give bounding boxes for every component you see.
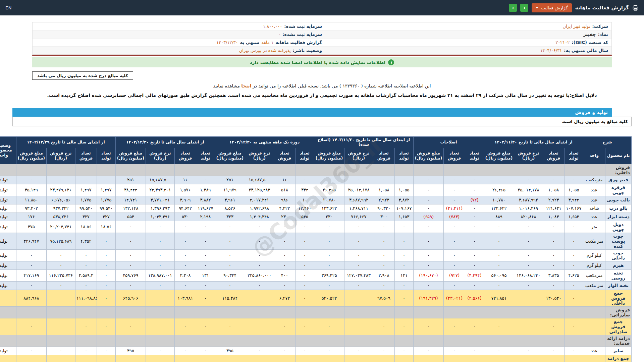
info-label: گزارش فعالیت ماهانه xyxy=(275,40,322,45)
cell: ۰ xyxy=(514,281,543,290)
cell: تولید xyxy=(0,261,16,269)
cell: ۱۲۱,۶۳۱ xyxy=(543,204,564,213)
cell: کیلو گرم xyxy=(583,261,605,269)
cell: ۰ xyxy=(245,347,274,355)
prev-report-button[interactable]: ‹ xyxy=(509,4,517,12)
cell: ۰ xyxy=(146,347,174,355)
cell: ۱,۶۵۳ xyxy=(564,213,583,221)
cell xyxy=(465,306,484,318)
cell: ۰ xyxy=(196,355,215,362)
table-row: سایرعدد۰۰۰۰۰۰۰۰۰۰۰۰۰۰۳۹۵۰۰۰۳۹۵۰۰۰۰تولید xyxy=(0,347,632,355)
cell: ۱,۰۸۳ xyxy=(543,213,564,221)
table-row: جمع فروش صادراتی۰۰۰۰۰۰۰۰۰۰۰۰۰۰۰۰۰۰ xyxy=(0,318,632,335)
cell: ۰ xyxy=(314,355,344,362)
cell: ۰ xyxy=(295,233,314,249)
production-sales-table-wrap: @Codal360_ir شرحاز ابتدای سال مالی تا تا… xyxy=(12,136,632,362)
cell: ۰ xyxy=(413,355,443,362)
info-label: سال مالی منتهی به: xyxy=(564,48,608,53)
cell xyxy=(245,164,274,176)
cell: ۴۵۹,۷۶۹ xyxy=(115,269,146,281)
table-row: فروش صادراتی: xyxy=(0,306,632,318)
printer-icon-glyph xyxy=(632,5,639,11)
cell xyxy=(75,335,97,347)
cell: ۳,۸۳۵ xyxy=(543,269,564,281)
cell: ۳,۹۰۹ xyxy=(174,196,196,204)
info-label: کد صنعت (ISIC): xyxy=(572,40,608,45)
cell: فیبر ورق xyxy=(605,176,632,184)
column-header: واحد xyxy=(583,148,605,164)
cell: ۰ xyxy=(484,318,514,335)
cell: ۱,۳۸۹ xyxy=(196,184,215,196)
chevron-down-icon xyxy=(536,7,538,9)
info-value: تولید فیبر ایران xyxy=(562,24,590,29)
cell: ۰ xyxy=(146,233,174,249)
cell: ۰ xyxy=(196,233,215,249)
amendment-suffix: مشاهده نمایید xyxy=(213,83,240,88)
cell: ۱۳۱ xyxy=(394,269,413,281)
cell xyxy=(394,306,413,318)
cell xyxy=(196,164,215,176)
cell: ۰ xyxy=(274,249,295,261)
report-type-dropdown[interactable]: گزارش فعالیت xyxy=(532,3,572,12)
cell xyxy=(443,335,465,347)
cell: ۰ xyxy=(97,290,115,306)
cell xyxy=(484,335,514,347)
cell: ۰ xyxy=(564,249,583,261)
cell xyxy=(314,306,344,318)
cell: ۰ xyxy=(564,261,583,269)
info-field: سال مالی منتهی به:۱۴۰۴/۰۶/۳۱ xyxy=(322,48,608,53)
table-row: هیزمکیلو گرم۰۰۰۰۰۰۰۰۰۰۰۰۰۰۰۰۰۰۰۰۰۰۰تولید xyxy=(0,261,632,269)
cell: ۰ xyxy=(543,221,564,233)
cell xyxy=(583,355,605,362)
cell: ۲,۱۹۸ xyxy=(196,213,215,221)
cell: ۰ xyxy=(16,281,46,290)
cell: ۱۶ xyxy=(174,176,196,184)
column-header: از ابتدای سال مالی تا تاریخ ۱۴۰۳/۱۱/۳۰ (… xyxy=(314,137,413,148)
cell: ۸,۵۲۶ xyxy=(215,204,245,213)
cell: ۰ xyxy=(344,261,373,269)
next-report-button[interactable]: › xyxy=(520,4,528,12)
company-info-row: شرکت:تولید فیبر ایرانسرمایه ثبت شده:۱,۸۰… xyxy=(33,22,611,31)
cell: ۰ xyxy=(314,176,344,184)
cell: ۳۶۹,۴۲۵ xyxy=(314,269,344,281)
cell: ۱,۵۷۶ xyxy=(174,184,196,196)
column-header: تعداد فروش xyxy=(443,148,465,164)
cell: ۰ xyxy=(16,355,46,362)
cell: متر xyxy=(583,221,605,233)
cell: ۰ xyxy=(394,281,413,290)
language-toggle-en[interactable]: EN xyxy=(5,5,12,10)
previous-version-link[interactable]: اینجا xyxy=(241,83,251,88)
cell: ۱۳۱ xyxy=(196,269,215,281)
table-row: قرقره چوبیعدد۱,۰۵۵۱,۰۵۸۲۵,۰۱۴,۱۷۸۲۶,۴۶۵۰… xyxy=(0,184,632,196)
cell xyxy=(274,306,295,318)
cell: تولید xyxy=(0,249,16,261)
cell: ۹۰,۳۲۰ xyxy=(373,204,394,213)
cell xyxy=(196,306,215,318)
cell: متر مکعب xyxy=(583,281,605,290)
cell: ۱۲۳,۶۲۲ xyxy=(484,204,514,213)
cell: ۸۸۴,۹۶۸ xyxy=(16,290,46,306)
cell: هیزم xyxy=(605,261,632,269)
column-header: مبلغ فروش (میلیون ریال) xyxy=(413,148,443,164)
cell: ۰ xyxy=(75,355,97,362)
cell xyxy=(0,306,16,318)
printer-icon[interactable] xyxy=(632,5,639,11)
cell: ۰ xyxy=(484,281,514,290)
cell xyxy=(245,318,274,335)
info-label: منتهی به xyxy=(240,40,260,45)
column-header: مبلغ فروش (میلیون ریال) xyxy=(314,148,344,164)
cell: ۰ xyxy=(97,261,115,269)
cell: ۰ xyxy=(97,318,115,335)
cell: ۸۸۹ xyxy=(484,213,514,221)
info-value: ۱ ماهه xyxy=(261,40,273,45)
cell xyxy=(16,335,46,347)
cell: ۰ xyxy=(196,176,215,184)
cell: ۰ xyxy=(314,261,344,269)
cell: ۰ xyxy=(344,176,373,184)
cell xyxy=(97,335,115,347)
cell: ۰ xyxy=(174,347,196,355)
cell: ۸۲۰,۸۶۸ xyxy=(514,213,543,221)
cell xyxy=(373,335,394,347)
cell xyxy=(16,164,46,176)
column-header: تعداد فروش xyxy=(75,148,97,164)
